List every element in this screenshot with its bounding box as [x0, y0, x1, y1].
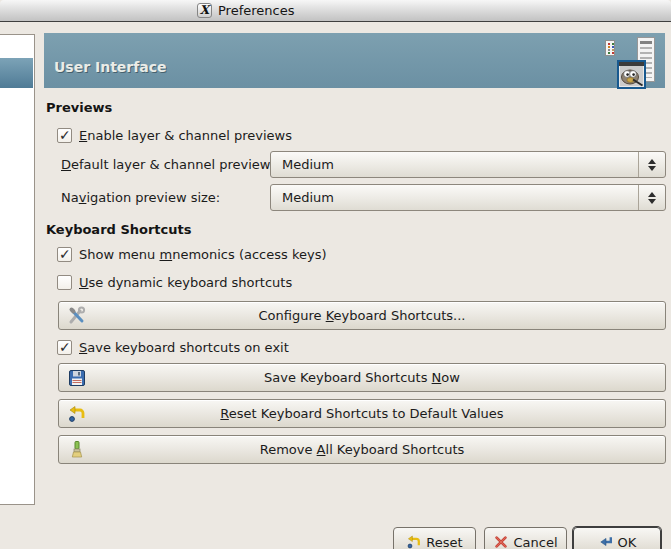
combo-arrows-icon[interactable]: [638, 152, 665, 177]
floppy-icon: [67, 368, 87, 388]
page-header-banner: User Interface: [44, 33, 665, 88]
button-label: Configure Keyboard Shortcuts...: [59, 308, 665, 323]
checkbox-box[interactable]: [57, 275, 72, 290]
gimp-toolbox-icon: [605, 40, 615, 56]
cancel-button[interactable]: Cancel: [484, 527, 567, 549]
default-preview-size-label: Default layer & channel preview size:: [61, 151, 304, 178]
brush-icon: [67, 440, 87, 460]
navigation-preview-size-select[interactable]: Medium: [270, 184, 666, 211]
checkbox-box[interactable]: ✓: [57, 340, 72, 355]
button-label: Cancel: [513, 535, 557, 549]
keyboard-shortcuts-section-title: Keyboard Shortcuts: [46, 222, 191, 237]
show-mnemonics-checkbox[interactable]: ✓ Show menu mnemonics (access keys): [57, 246, 327, 262]
save-on-exit-checkbox[interactable]: ✓ Save keyboard shortcuts on exit: [57, 339, 289, 355]
checkbox-box[interactable]: ✓: [57, 247, 72, 262]
checkbox-label: Save keyboard shortcuts on exit: [79, 340, 289, 355]
checkbox-label: Enable layer & channel previews: [79, 128, 292, 143]
reset-button[interactable]: Reset: [393, 527, 476, 549]
return-arrow-icon: [598, 534, 614, 549]
default-preview-size-select[interactable]: Medium: [270, 151, 666, 178]
dynamic-shortcuts-checkbox[interactable]: Use dynamic keyboard shortcuts: [57, 274, 292, 290]
configure-shortcuts-button[interactable]: Configure Keyboard Shortcuts...: [58, 301, 666, 330]
button-label: Reset: [426, 535, 462, 549]
remove-shortcuts-button[interactable]: Remove All Keyboard Shortcuts: [58, 435, 666, 464]
save-shortcuts-now-button[interactable]: Save Keyboard Shortcuts Now: [58, 363, 666, 392]
checkbox-label: Show menu mnemonics (access keys): [79, 247, 327, 262]
combo-value: Medium: [282, 157, 334, 172]
window-title: Preferences: [218, 3, 294, 18]
button-label: OK: [618, 535, 637, 549]
button-label: Reset Keyboard Shortcuts to Default Valu…: [59, 406, 665, 421]
button-label: Save Keyboard Shortcuts Now: [59, 370, 665, 385]
ok-button[interactable]: OK: [573, 527, 661, 549]
navigation-preview-size-label: Navigation preview size:: [61, 184, 220, 211]
wilber-icon: [617, 60, 646, 89]
enable-previews-checkbox[interactable]: ✓ Enable layer & channel previews: [57, 127, 292, 143]
x11-logo-icon: X: [197, 3, 212, 18]
combo-value: Medium: [282, 190, 334, 205]
revert-icon: [406, 534, 422, 549]
reset-shortcuts-button[interactable]: Reset Keyboard Shortcuts to Default Valu…: [58, 399, 666, 428]
combo-arrows-icon[interactable]: [638, 185, 665, 210]
button-label: Remove All Keyboard Shortcuts: [59, 442, 665, 457]
checkbox-label: Use dynamic keyboard shortcuts: [79, 275, 292, 290]
wrench-icon: [67, 306, 87, 326]
window-titlebar: X Preferences: [0, 0, 671, 22]
revert-icon: [67, 404, 87, 424]
previews-section-title: Previews: [46, 100, 112, 115]
sidebar-selected-item[interactable]: [0, 58, 33, 88]
checkbox-box[interactable]: ✓: [57, 128, 72, 143]
page-title: User Interface: [54, 59, 167, 75]
cancel-x-icon: [493, 534, 509, 549]
preferences-category-tree[interactable]: [0, 34, 35, 505]
